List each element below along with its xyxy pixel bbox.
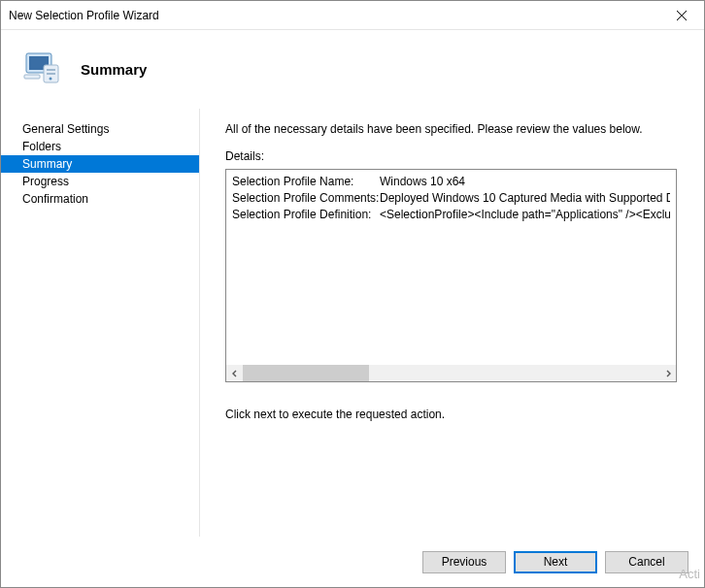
detail-value: Windows 10 x64 <box>380 174 465 190</box>
horizontal-scrollbar[interactable] <box>226 365 676 381</box>
scroll-thumb[interactable] <box>243 365 369 381</box>
detail-row: Selection Profile Definition: <Selection… <box>232 207 670 223</box>
sidebar-item-label: Progress <box>22 175 69 188</box>
sidebar-item-progress[interactable]: Progress <box>1 173 199 190</box>
sidebar-item-folders[interactable]: Folders <box>1 138 199 155</box>
titlebar: New Selection Profile Wizard <box>1 1 704 30</box>
intro-text: All of the necessary details have been s… <box>225 122 677 136</box>
cancel-button[interactable]: Cancel <box>605 551 688 573</box>
detail-key: Selection Profile Name: <box>232 174 380 190</box>
details-label: Details: <box>225 149 677 163</box>
close-icon <box>677 11 687 20</box>
detail-value: Deployed Windows 10 Captured Media with … <box>380 190 670 207</box>
computer-icon <box>20 48 63 90</box>
svg-point-7 <box>50 78 52 81</box>
next-button[interactable]: Next <box>514 551 597 573</box>
scroll-left-arrow-icon[interactable] <box>226 365 243 381</box>
window-title: New Selection Profile Wizard <box>9 9 659 22</box>
detail-row: Selection Profile Name: Windows 10 x64 <box>232 174 670 190</box>
previous-button[interactable]: Previous <box>422 551 506 573</box>
scroll-right-arrow-icon[interactable] <box>659 365 676 381</box>
sidebar: General Settings Folders Summary Progres… <box>1 109 200 537</box>
svg-rect-8 <box>24 75 40 79</box>
content-area: All of the necessary details have been s… <box>200 109 704 537</box>
sidebar-item-confirmation[interactable]: Confirmation <box>1 190 199 208</box>
sidebar-item-label: Confirmation <box>22 192 88 206</box>
details-box: Selection Profile Name: Windows 10 x64 S… <box>225 169 677 382</box>
details-list: Selection Profile Name: Windows 10 x64 S… <box>232 174 670 365</box>
scroll-track[interactable] <box>243 365 659 381</box>
svg-rect-6 <box>47 73 55 75</box>
hint-text: Click next to execute the requested acti… <box>225 408 677 421</box>
sidebar-item-label: Summary <box>22 157 72 171</box>
sidebar-item-summary[interactable]: Summary <box>1 155 199 173</box>
sidebar-item-label: Folders <box>22 140 61 153</box>
detail-key: Selection Profile Definition: <box>232 207 380 223</box>
wizard-icon <box>20 48 63 90</box>
sidebar-item-label: General Settings <box>22 122 109 136</box>
footer: Previous Next Cancel <box>1 537 704 587</box>
svg-rect-5 <box>47 69 55 71</box>
detail-key: Selection Profile Comments: <box>232 190 380 207</box>
wizard-window: New Selection Profile Wizard Summary Gen… <box>0 0 705 588</box>
wizard-body: General Settings Folders Summary Progres… <box>1 108 704 537</box>
sidebar-item-general-settings[interactable]: General Settings <box>1 120 199 138</box>
wizard-header: Summary <box>1 30 704 108</box>
detail-row: Selection Profile Comments: Deployed Win… <box>232 190 670 207</box>
detail-value: <SelectionProfile><Include path="Applica… <box>380 207 670 223</box>
close-button[interactable] <box>659 1 704 30</box>
page-title: Summary <box>81 61 147 78</box>
